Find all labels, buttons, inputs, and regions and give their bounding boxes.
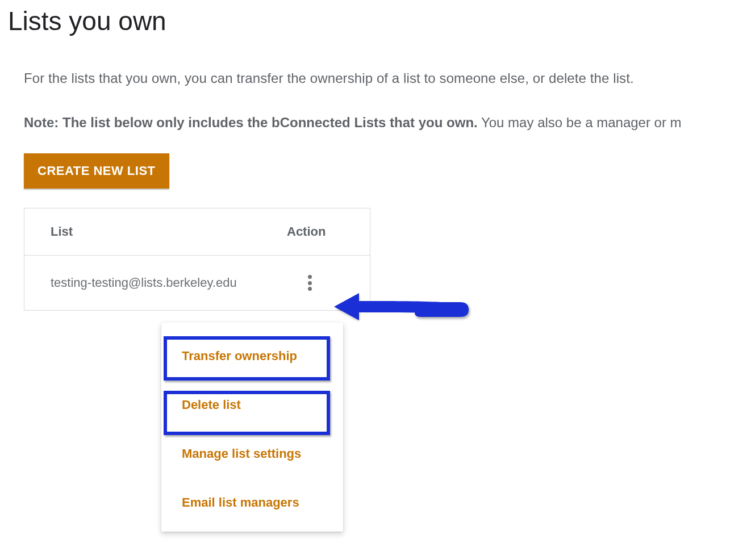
action-cell xyxy=(287,275,344,291)
kebab-menu-icon[interactable] xyxy=(303,275,316,291)
page-title: Lists you own xyxy=(8,6,751,36)
create-new-list-button[interactable]: CREATE NEW LIST xyxy=(24,153,169,189)
table-row: testing-testing@lists.berkeley.edu xyxy=(24,256,370,310)
note-bold: Note: The list below only includes the b… xyxy=(24,115,478,130)
note-rest: You may also be a manager or m xyxy=(478,115,682,130)
intro-text: For the lists that you own, you can tran… xyxy=(24,70,751,86)
list-address: testing-testing@lists.berkeley.edu xyxy=(51,275,287,290)
note-text: Note: The list below only includes the b… xyxy=(24,115,751,131)
lists-table: List Action testing-testing@lists.berkel… xyxy=(24,208,370,311)
col-header-action: Action xyxy=(287,224,344,239)
menu-delete-list[interactable]: Delete list xyxy=(161,386,343,424)
col-header-list: List xyxy=(51,224,287,239)
menu-transfer-ownership[interactable]: Transfer ownership xyxy=(161,337,343,375)
action-dropdown: Transfer ownership Delete list Manage li… xyxy=(161,323,343,532)
menu-email-list-managers[interactable]: Email list managers xyxy=(161,484,343,521)
table-header: List Action xyxy=(24,208,370,256)
menu-manage-list-settings[interactable]: Manage list settings xyxy=(161,435,343,473)
